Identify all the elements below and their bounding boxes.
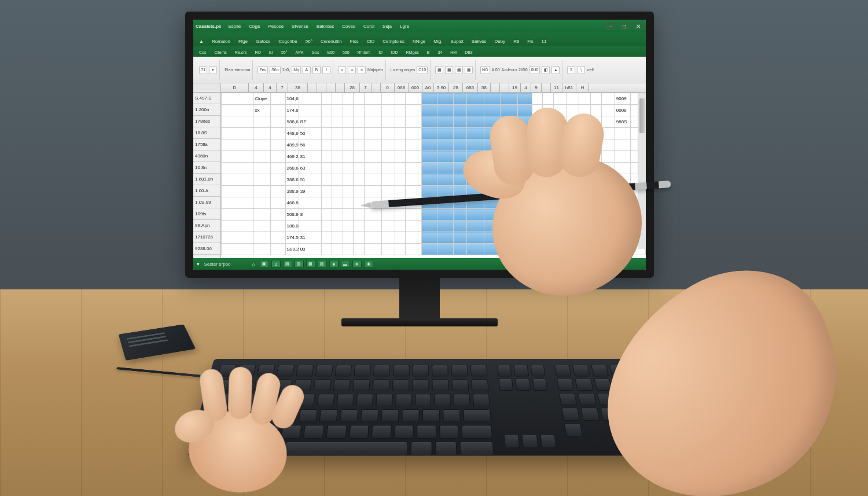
column-header-26[interactable]: 11 (551, 83, 562, 92)
ribbon-tab-8[interactable]: CID (363, 37, 378, 46)
ribbon-cells-item-3[interactable]: 2650 (518, 68, 528, 72)
cell-r1-c7[interactable] (343, 105, 353, 116)
cell-r12-c14[interactable] (437, 232, 454, 244)
cell-r11-c25[interactable] (591, 221, 601, 232)
cell-r3-c17[interactable] (484, 128, 500, 139)
ribbon-align-item-0[interactable]: ≡ (338, 66, 346, 74)
cell-r0-c27[interactable]: 9009 (615, 93, 631, 105)
cell-r5-c2[interactable] (271, 151, 285, 163)
row-header-12[interactable]: 1710726 (193, 232, 220, 243)
cell-r10-c12[interactable] (406, 209, 422, 221)
cell-r3-c10[interactable] (381, 128, 395, 139)
cell-r9-c20[interactable] (532, 197, 542, 209)
cell-r9-c2[interactable] (271, 197, 285, 209)
row-header-13[interactable]: 9288.06 (193, 243, 220, 255)
cell-r5-c6[interactable] (332, 151, 343, 163)
cell-r3-c3[interactable]: 448,68 (285, 128, 299, 139)
cell-r4-c22[interactable] (553, 139, 567, 151)
cell-r3-c11[interactable] (395, 128, 405, 139)
cell-r0-c25[interactable] (591, 93, 601, 105)
cell-r2-c24[interactable] (579, 116, 591, 128)
cell-r9-c3[interactable]: 468.89 (285, 197, 299, 209)
cell-r5-c9[interactable] (364, 151, 381, 163)
cell-r9-c6[interactable] (332, 197, 343, 209)
cell-r1-c24[interactable] (579, 105, 591, 116)
cell-r1-c25[interactable] (591, 105, 601, 116)
ribbon-subtab-0[interactable]: Cos (196, 49, 209, 57)
cell-r4-c12[interactable] (406, 139, 422, 151)
cell-r1-c23[interactable] (567, 105, 579, 116)
cell-r9-c7[interactable] (343, 197, 353, 209)
row-header-9[interactable]: 1.0S,89 (193, 197, 220, 208)
cell-r12-c5[interactable] (321, 232, 332, 244)
cell-r0-c5[interactable] (321, 93, 332, 105)
cell-r12-c15[interactable] (453, 232, 466, 244)
cell-r8-c17[interactable] (484, 186, 500, 197)
cell-r6-c5[interactable] (321, 163, 332, 174)
cell-r7-c2[interactable] (271, 174, 285, 186)
cell-r7-c5[interactable] (321, 174, 332, 186)
column-header-0[interactable]: D (221, 83, 249, 92)
statusbar-view-icon-6[interactable]: ■ (329, 260, 339, 268)
cell-r10-c25[interactable] (591, 209, 601, 221)
cell-r8-c25[interactable] (591, 186, 601, 197)
ribbon-tab-1[interactable]: Romaion (208, 37, 234, 46)
cell-r6-c3[interactable]: 268,65 (285, 163, 299, 174)
statusbar-view-icon-1[interactable]: 3 (271, 260, 281, 268)
row-header-3[interactable]: 18.8S (193, 127, 220, 139)
cell-r8-c9[interactable] (364, 186, 381, 197)
ribbon-clipboard-item-1[interactable]: eancona (235, 68, 251, 72)
cell-r13-c12[interactable] (406, 244, 422, 255)
cell-r3-c27[interactable] (615, 128, 631, 139)
menu-seja[interactable]: Seja (382, 24, 392, 29)
cell-r5-c12[interactable] (406, 151, 422, 163)
cell-r3-c7[interactable] (343, 128, 353, 139)
ribbon-tab-15[interactable]: R8 (510, 37, 523, 46)
ribbon-styles-item-0[interactable]: ▦ (435, 66, 443, 74)
cell-r3-c21[interactable] (543, 128, 553, 139)
cell-r10-c14[interactable] (437, 209, 454, 221)
cell-r8-c11[interactable] (395, 186, 405, 197)
cell-r4-c8[interactable] (354, 139, 364, 151)
cell-r7-c16[interactable] (467, 174, 484, 186)
cell-r12-c22[interactable] (553, 232, 567, 244)
cell-r13-c20[interactable] (532, 244, 542, 255)
cell-r2-c19[interactable] (517, 116, 532, 128)
ribbon-tab-12[interactable]: Supist (447, 37, 466, 46)
row-header-11[interactable]: 99:Apn (193, 220, 220, 232)
cell-r2-c18[interactable] (500, 116, 517, 128)
cell-r3-c6[interactable] (332, 128, 343, 139)
cell-r0-c15[interactable] (453, 93, 466, 105)
cell-r9-c0[interactable] (222, 197, 253, 209)
cell-r6-c19[interactable] (517, 163, 532, 174)
cell-r11-c12[interactable] (406, 221, 422, 232)
menu-lgre[interactable]: Lgre (400, 24, 409, 29)
cell-r6-c10[interactable] (381, 163, 395, 174)
cell-r8-c27[interactable] (615, 186, 631, 197)
cell-r1-c4[interactable] (299, 105, 321, 116)
ribbon-tab-5[interactable]: 56° (302, 37, 316, 46)
cell-r7-c11[interactable] (395, 174, 405, 186)
column-header-5[interactable] (308, 83, 317, 92)
cell-r8-c22[interactable] (553, 186, 567, 197)
cell-r1-c20[interactable] (532, 105, 542, 116)
cell-r2-c16[interactable] (467, 116, 484, 128)
cell-r3-c4[interactable]: 50 (299, 128, 321, 139)
cell-r7-c0[interactable] (222, 174, 253, 186)
ribbon-tab-0[interactable]: ▲ (196, 37, 207, 46)
cell-r11-c11[interactable] (395, 221, 405, 232)
cell-r6-c26[interactable] (601, 163, 615, 174)
cell-r8-c1[interactable] (253, 186, 271, 197)
cell-r9-c13[interactable] (421, 197, 437, 209)
cell-r4-c26[interactable] (601, 139, 615, 151)
statusbar-view-icon-9[interactable]: ◉ (364, 260, 373, 268)
cell-r2-c14[interactable] (437, 116, 454, 128)
cell-r3-c0[interactable] (222, 128, 253, 139)
cell-r8-c23[interactable] (567, 186, 579, 197)
cell-r5-c13[interactable] (421, 151, 437, 163)
cell-r2-c2[interactable] (271, 116, 285, 128)
cell-r0-c10[interactable] (381, 93, 395, 105)
cell-r9-c24[interactable] (579, 197, 591, 209)
cell-r2-c8[interactable] (354, 116, 364, 128)
cell-r3-c1[interactable] (253, 128, 271, 139)
